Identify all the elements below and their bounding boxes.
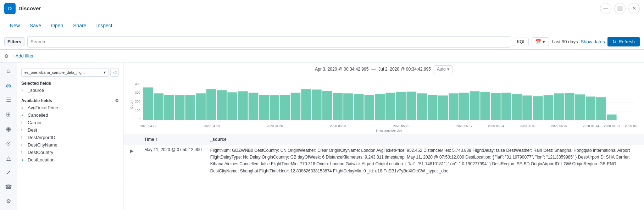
svg-rect-25 — [291, 93, 301, 120]
add-filter-button[interactable]: + Add filter — [12, 53, 34, 59]
available-fields-settings-icon[interactable]: ⚙ — [115, 98, 119, 103]
svg-rect-26 — [301, 89, 311, 120]
field-item-carrier[interactable]: t Carrier — [17, 119, 123, 126]
ml-icon[interactable]: △ — [2, 152, 15, 164]
results-table: Time ↑ _source ▶ May 11, 2020 @ 07:50:12… — [123, 134, 644, 177]
calendar-icon: 📅 — [535, 39, 541, 44]
source-text: FlightNum: GDZWNB0 DestCountry: CN Origi… — [210, 148, 630, 173]
svg-text:2020-04-26: 2020-04-26 — [267, 124, 283, 128]
svg-text:400: 400 — [135, 82, 140, 86]
svg-rect-12 — [154, 93, 163, 120]
expand-row-button[interactable]: ▶ — [128, 147, 136, 154]
svg-rect-28 — [322, 91, 332, 120]
app-title: Discover — [18, 5, 41, 11]
chevron-down-icon: ▾ — [104, 70, 106, 75]
selected-field-source[interactable]: ? _source — [17, 87, 123, 94]
sidebar: es_one:kibana_sample_data_flig... ▾ ◁ Se… — [17, 62, 123, 210]
svg-rect-35 — [396, 92, 406, 120]
field-item-dest[interactable]: t Dest — [17, 126, 123, 134]
svg-rect-52 — [575, 94, 585, 120]
discover-icon[interactable]: ◎ — [2, 80, 15, 92]
index-dropdown[interactable]: es_one:kibana_sample_data_flig... ▾ — [21, 68, 109, 77]
svg-text:2020-06-21: 2020-06-21 — [604, 124, 620, 128]
field-item-destcityname[interactable]: t DestCityName — [17, 141, 123, 149]
filter-input-area[interactable] — [27, 36, 511, 48]
svg-rect-42 — [470, 91, 480, 120]
svg-rect-20 — [238, 91, 248, 120]
field-item-destcountry[interactable]: t DestCountry — [17, 149, 123, 156]
dashboard-icon[interactable]: ⊞ — [2, 109, 15, 120]
svg-rect-27 — [312, 89, 322, 120]
svg-rect-23 — [270, 95, 279, 120]
svg-rect-29 — [333, 93, 343, 120]
management-icon[interactable]: ⚙ — [2, 195, 15, 207]
svg-text:2020-06-14: 2020-06-14 — [583, 124, 599, 128]
collapse-panel-button[interactable]: ◁ — [110, 68, 119, 77]
svg-rect-19 — [227, 92, 237, 120]
index-selector: es_one:kibana_sample_data_flig... ▾ ◁ — [21, 68, 119, 77]
canvas-icon[interactable]: ◉ — [2, 123, 15, 135]
left-icon-strip: ⌂ ◎ ☰ ⊞ ◉ ⊙ △ ⑇ ☎ ⚙ — [0, 62, 17, 210]
field-type-badge: ? — [21, 88, 26, 92]
field-item-destairportid[interactable]: t DestAirportID — [17, 134, 123, 141]
window-close-button[interactable]: ✕ — [628, 3, 640, 14]
window-minimize-button[interactable]: — — [600, 3, 611, 14]
svg-text:2020-05-31: 2020-05-31 — [520, 124, 536, 128]
chevron-down-icon: ▾ — [543, 39, 545, 44]
svg-rect-15 — [185, 95, 195, 120]
app-logo: D — [4, 3, 16, 14]
svg-rect-53 — [585, 96, 595, 120]
nav-bar: New Save Open Share Inspect — [0, 17, 644, 34]
filter-search-input[interactable] — [30, 39, 508, 44]
visualize-icon[interactable]: ☰ — [2, 94, 15, 106]
settings-icon[interactable]: ⚙ — [4, 53, 9, 59]
stack-monitoring-icon[interactable]: ☎ — [2, 181, 15, 193]
svg-text:0: 0 — [139, 117, 140, 121]
add-filter-bar: ⚙ + Add filter — [0, 50, 644, 62]
top-bar: D Discover — ⬜ ✕ — [0, 0, 644, 17]
nav-new[interactable]: New — [6, 21, 24, 31]
time-col-header[interactable]: Time ↑ — [140, 134, 206, 145]
dev-tools-icon[interactable]: ⑇ — [2, 167, 15, 178]
svg-rect-33 — [375, 94, 385, 120]
calendar-button[interactable]: 📅 ▾ — [532, 37, 549, 46]
svg-text:2020-06-07: 2020-06-07 — [551, 124, 567, 128]
home-icon[interactable]: ⌂ — [2, 65, 15, 77]
refresh-button[interactable]: ↻ Refresh — [607, 37, 640, 46]
svg-text:2020-04-19: 2020-04-19 — [204, 124, 220, 128]
date-range-text: Last 90 days — [552, 39, 578, 44]
svg-text:2020-06-28: 2020-06-28 — [625, 124, 638, 128]
window-maximize-button[interactable]: ⬜ — [614, 3, 626, 14]
svg-rect-18 — [217, 90, 227, 120]
nav-save[interactable]: Save — [26, 21, 45, 31]
field-item-cancelled[interactable]: ● Cancelled — [17, 111, 123, 119]
chart-header: Apr 3, 2020 @ 00:34:42.995 — Jul 2, 2020… — [123, 62, 644, 76]
nav-inspect[interactable]: Inspect — [92, 21, 117, 31]
maps-icon[interactable]: ⊙ — [2, 138, 15, 149]
svg-text:timestamp per day: timestamp per day — [376, 129, 402, 132]
svg-text:300: 300 — [135, 91, 140, 94]
available-fields-label: Available fields ⚙ — [17, 97, 123, 104]
kql-badge[interactable]: KQL — [514, 38, 529, 46]
svg-rect-17 — [206, 89, 216, 120]
svg-text:2020-05-17: 2020-05-17 — [456, 124, 473, 128]
chart-date-to: Jul 2, 2020 @ 00:34:42.995 — [378, 67, 431, 72]
results-area: Time ↑ _source ▶ May 11, 2020 @ 07:50:12… — [123, 134, 644, 210]
chart-date-from: Apr 3, 2020 @ 00:34:42.995 — [315, 67, 368, 72]
show-dates-button[interactable]: Show dates — [581, 39, 605, 44]
svg-rect-14 — [175, 95, 185, 120]
auto-interval-selector[interactable]: Auto ▾ — [434, 65, 453, 73]
field-item-avgtickprice[interactable]: # AvgTicketPrice — [17, 104, 123, 111]
nav-open[interactable]: Open — [47, 21, 67, 31]
filter-bar: Filters KQL 📅 ▾ Last 90 days Show dates … — [0, 34, 644, 50]
svg-rect-55 — [607, 115, 617, 120]
field-name: _source — [28, 88, 44, 93]
chart-date-separator: — — [371, 67, 376, 72]
field-item-destlocation[interactable]: ● DestLocation — [17, 156, 123, 164]
svg-rect-46 — [512, 94, 522, 120]
svg-rect-47 — [522, 95, 532, 120]
svg-rect-43 — [480, 92, 490, 120]
main-layout: ⌂ ◎ ☰ ⊞ ◉ ⊙ △ ⑇ ☎ ⚙ es_one:kibana_sample… — [0, 62, 644, 210]
svg-text:2020-05-24: 2020-05-24 — [488, 124, 504, 128]
nav-share[interactable]: Share — [69, 21, 90, 31]
